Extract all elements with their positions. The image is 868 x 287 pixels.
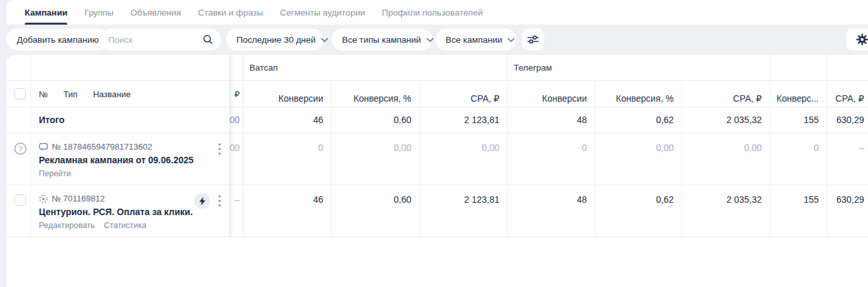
totals-wa-conversion-pct: 0,60 bbox=[332, 108, 420, 133]
target-icon bbox=[39, 194, 48, 203]
tab-audience-segments[interactable]: Сегменты аудитории bbox=[280, 0, 365, 25]
tab-campaigns[interactable]: Кампании bbox=[25, 0, 67, 25]
search-icon bbox=[203, 34, 213, 45]
wa-conversions-value: 0 bbox=[244, 133, 332, 185]
chevron-down-icon bbox=[321, 35, 328, 45]
totals-tg-conversions: 48 bbox=[508, 108, 595, 133]
lightning-icon[interactable] bbox=[194, 193, 210, 209]
campaign-link-go[interactable]: Перейти bbox=[39, 169, 71, 178]
totals-partial-value: 00 bbox=[229, 115, 243, 125]
campaign-number-line: № 1878465947981713602 bbox=[39, 142, 222, 152]
chat-bubble-icon bbox=[39, 143, 48, 152]
chevron-down-icon bbox=[426, 35, 434, 45]
wa-cpa-value: 2 123,81 bbox=[420, 185, 508, 236]
kebab-menu-icon[interactable] bbox=[214, 143, 225, 155]
tab-user-profiles[interactable]: Профили пользователей bbox=[382, 0, 483, 25]
col-header-name[interactable]: Название bbox=[93, 89, 131, 99]
wa-conversion-pct-value: 0,60 bbox=[332, 185, 420, 236]
campaign-name[interactable]: Рекламная кампания от 09.06.2025 bbox=[39, 155, 222, 165]
tab-groups[interactable]: Группы bbox=[84, 0, 113, 25]
totals-conversions: 155 bbox=[770, 108, 827, 133]
table-row: ? № 1878465947981713602 Рекламная кампан… bbox=[6, 133, 868, 185]
col-header-cpa-last[interactable]: CPA, ₽ bbox=[827, 81, 868, 107]
wa-cpa-value: 0,00 bbox=[420, 133, 508, 185]
cpa-value: – bbox=[827, 133, 868, 185]
filters-button[interactable] bbox=[522, 29, 544, 51]
tg-cpa-value: 2 035,32 bbox=[682, 185, 770, 236]
date-range-value: Последние 30 дней bbox=[236, 35, 315, 45]
conversions-value: 155 bbox=[770, 185, 827, 236]
tab-ads[interactable]: Объявления bbox=[130, 0, 181, 25]
row-partial-value: – bbox=[229, 185, 243, 205]
table-settings-button[interactable] bbox=[846, 29, 868, 51]
table-row: № 701169812 Центурион. РСЯ. Оплата за кл… bbox=[6, 185, 868, 237]
tg-conversions-value: 0 bbox=[508, 133, 595, 185]
campaigns-table: Ватсап Телеграм № Тип Название ₽ Конверс… bbox=[6, 55, 868, 287]
tg-conversions-value: 48 bbox=[508, 185, 595, 236]
date-range-dropdown[interactable]: Последние 30 дней bbox=[226, 29, 323, 51]
top-tab-bar: Кампании Группы Объявления Ставки и фраз… bbox=[6, 0, 868, 25]
kebab-menu-icon[interactable] bbox=[214, 194, 225, 207]
totals-wa-cpa: 2 123,81 bbox=[420, 108, 508, 133]
col-header-tg-conversion-pct[interactable]: Конверсия, % bbox=[595, 81, 682, 107]
campaign-link-stats[interactable]: Статистика bbox=[104, 221, 146, 230]
cpa-value: 630,29 bbox=[827, 185, 868, 236]
col-header-type[interactable]: Тип bbox=[63, 89, 78, 99]
add-campaign-button[interactable]: Добавить кампанию bbox=[6, 29, 109, 51]
col-header-wa-cpa[interactable]: CPA, ₽ bbox=[420, 81, 508, 107]
tg-cpa-value: 0,00 bbox=[682, 133, 770, 185]
campaign-number[interactable]: № 701169812 bbox=[52, 194, 105, 203]
col-header-tg-conversions[interactable]: Конверсии bbox=[508, 81, 595, 107]
campaign-type-value: Все типы кампаний bbox=[342, 35, 421, 45]
col-header-wa-conversions[interactable]: Конверсии bbox=[244, 81, 332, 107]
col-header-currency-partial: ₽ bbox=[229, 89, 243, 99]
search-placeholder: Поиск bbox=[108, 35, 203, 45]
campaign-link-edit[interactable]: Редактировать bbox=[39, 221, 95, 230]
group-label-whatsapp: Ватсап bbox=[244, 55, 507, 73]
tg-conversion-pct-value: 0,62 bbox=[595, 185, 682, 236]
totals-cpa: 630,29 bbox=[827, 108, 868, 133]
sliders-icon bbox=[527, 34, 539, 45]
campaign-number[interactable]: № 1878465947981713602 bbox=[52, 142, 152, 152]
campaign-type-dropdown[interactable]: Все типы кампаний bbox=[332, 29, 432, 51]
conversions-value: 0 bbox=[770, 133, 827, 185]
totals-wa-conversions: 46 bbox=[244, 108, 332, 133]
campaign-filter-dropdown[interactable]: Все кампании bbox=[435, 29, 516, 51]
totals-tg-cpa: 2 035,32 bbox=[682, 108, 770, 133]
select-all-checkbox[interactable] bbox=[14, 88, 26, 100]
totals-label: Итого bbox=[31, 115, 229, 125]
svg-text:?: ? bbox=[18, 145, 22, 153]
col-header-conversions-truncated[interactable]: Конверс... bbox=[770, 81, 827, 107]
totals-tg-conversion-pct: 0,62 bbox=[595, 108, 682, 133]
campaign-filter-value: Все кампании bbox=[446, 35, 502, 45]
totals-row: Итого 00 46 0,60 2 123,81 48 0,62 2 035,… bbox=[6, 108, 868, 133]
col-header-tg-cpa[interactable]: CPA, ₽ bbox=[682, 81, 770, 107]
table-group-header-row: Ватсап Телеграм bbox=[6, 55, 868, 81]
gear-icon bbox=[856, 33, 868, 46]
group-label-telegram: Телеграм bbox=[508, 55, 770, 73]
chevron-down-icon bbox=[507, 35, 515, 45]
toolbar: Добавить кампанию Поиск Последние 30 дне… bbox=[0, 25, 868, 55]
col-header-number[interactable]: № bbox=[39, 89, 48, 99]
search-input[interactable]: Поиск bbox=[100, 29, 221, 51]
row-partial-value: 00 bbox=[229, 133, 243, 153]
table-header-row: № Тип Название ₽ Конверсии Конверсия, % … bbox=[6, 81, 868, 108]
col-header-wa-conversion-pct[interactable]: Конверсия, % bbox=[332, 81, 420, 107]
tg-conversion-pct-value: 0,00 bbox=[595, 133, 682, 185]
tab-bids-phrases[interactable]: Ставки и фразы bbox=[198, 0, 263, 25]
row-checkbox[interactable] bbox=[14, 194, 26, 206]
question-circle-icon[interactable]: ? bbox=[14, 142, 27, 158]
wa-conversions-value: 46 bbox=[244, 185, 332, 236]
wa-conversion-pct-value: 0,00 bbox=[332, 133, 420, 185]
campaign-name[interactable]: Центурион. РСЯ. Оплата за клики. bbox=[39, 207, 222, 217]
